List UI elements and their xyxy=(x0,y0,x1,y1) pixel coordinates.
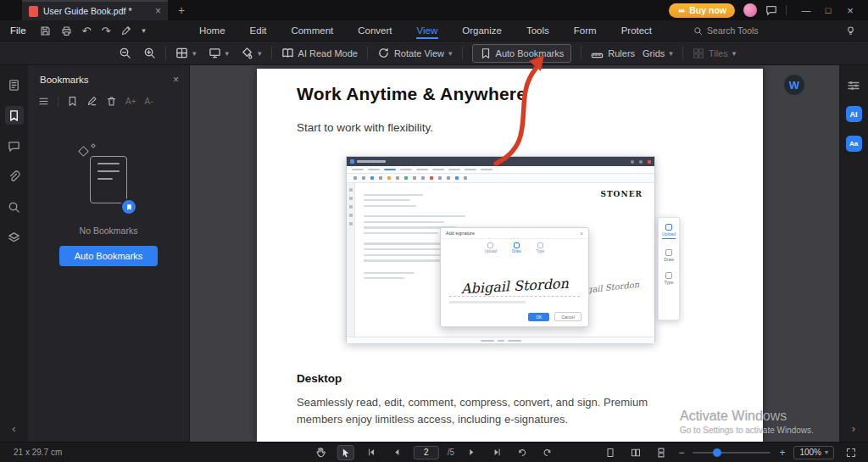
tab-comment[interactable]: Comment xyxy=(290,22,334,39)
previous-view-button[interactable] xyxy=(514,445,531,460)
search-tools[interactable]: Search Tools xyxy=(693,25,759,36)
customize-toolbar-icon[interactable]: ▾ xyxy=(142,27,146,35)
tab-tools[interactable]: Tools xyxy=(526,22,550,39)
document-tab[interactable]: User Guide Book.pdf * × xyxy=(22,0,168,20)
next-page-button[interactable] xyxy=(463,445,480,460)
panel-auto-bookmarks-button[interactable]: Auto Bookmarks xyxy=(59,246,159,266)
window-minimize-button[interactable]: — xyxy=(795,5,817,15)
continuous-scroll-button[interactable] xyxy=(653,445,670,460)
bookmarks-panel-close-icon[interactable]: × xyxy=(173,74,179,86)
pdf-editor-app: User Guide Book.pdf * × + Buy now — □ × … xyxy=(0,0,868,462)
thumbnails-panel-button[interactable] xyxy=(5,75,24,94)
tab-protect[interactable]: Protect xyxy=(620,22,653,39)
section-title: Desktop xyxy=(297,372,342,385)
embedded-screenshot-image: STONER xyxy=(346,156,680,346)
ai-read-mode-button[interactable]: AI Read Mode xyxy=(281,47,358,59)
side-tab-upload: Upload xyxy=(662,231,676,237)
zoom-out-tool[interactable] xyxy=(119,47,131,59)
stamp-pen-icon[interactable] xyxy=(120,25,131,36)
page-layout-icon xyxy=(175,47,188,59)
single-page-view-button[interactable] xyxy=(602,445,619,460)
zoom-level-dropdown[interactable]: 100% ▾ xyxy=(793,446,834,459)
comments-panel-button[interactable] xyxy=(5,136,24,155)
font-larger-icon[interactable]: A+ xyxy=(125,97,136,106)
read-mode-dropdown[interactable]: ▾ xyxy=(209,47,230,59)
tab-edit[interactable]: Edit xyxy=(249,22,268,39)
background-color-dropdown[interactable]: ▾ xyxy=(241,47,262,59)
sparkle-icon xyxy=(78,146,89,157)
zoom-out-button[interactable]: − xyxy=(678,447,684,459)
menu-bar: File ↶ ↷ ▾ Home Edit Comment Convert Vie… xyxy=(0,20,868,42)
window-close-button[interactable]: × xyxy=(839,4,861,17)
account-avatar[interactable]: W xyxy=(783,74,805,96)
page-total-label: /5 xyxy=(448,448,454,457)
page-number-input[interactable] xyxy=(414,446,439,459)
rename-bookmark-icon[interactable] xyxy=(86,96,97,107)
promotion-lamp-icon[interactable] xyxy=(845,25,856,36)
screenshot-signature-side-panel: Upload Draw Type xyxy=(658,217,680,320)
print-icon[interactable] xyxy=(61,25,72,36)
bookmarks-panel-button[interactable] xyxy=(5,106,24,125)
page-layout-dropdown[interactable]: ▾ xyxy=(175,47,197,59)
page-subheading: Start to work with flexibility. xyxy=(297,121,433,134)
collapse-left-rail-button[interactable]: ‹ xyxy=(0,422,28,435)
delete-bookmark-icon[interactable] xyxy=(106,96,117,107)
font-smaller-icon[interactable]: A- xyxy=(145,97,153,106)
document-view-area[interactable]: Work Anytime & Anywhere Start to work wi… xyxy=(190,65,839,442)
ai-assistant-button[interactable]: AI xyxy=(846,106,862,122)
tiles-dropdown[interactable]: Tiles ▾ xyxy=(693,47,736,59)
attachments-panel-button[interactable] xyxy=(5,167,24,186)
tab-home[interactable]: Home xyxy=(198,22,226,39)
save-icon[interactable] xyxy=(40,25,51,36)
window-maximize-button[interactable]: □ xyxy=(817,5,839,15)
add-bookmark-icon[interactable] xyxy=(67,96,78,107)
select-tool-button[interactable] xyxy=(337,445,354,460)
previous-page-button[interactable] xyxy=(388,445,405,460)
rotate-view-dropdown[interactable]: Rotate View ▾ xyxy=(377,47,453,59)
ai-read-mode-icon xyxy=(281,47,294,59)
dialog-tab-upload: Upload xyxy=(485,249,497,253)
bookmark-list-icon[interactable] xyxy=(38,96,49,107)
auto-bookmarks-button[interactable]: Auto Bookmarks xyxy=(472,44,572,63)
layers-icon xyxy=(8,231,20,244)
new-tab-button[interactable]: + xyxy=(178,3,185,17)
document-tab-title: User Guide Book.pdf * xyxy=(43,6,150,16)
rotate-view-icon xyxy=(377,47,390,59)
file-menu[interactable]: File xyxy=(10,25,26,36)
no-bookmarks-illustration xyxy=(75,146,142,217)
redo-icon[interactable]: ↷ xyxy=(101,25,110,36)
tab-form[interactable]: Form xyxy=(573,22,598,39)
feedback-chat-icon[interactable] xyxy=(765,4,777,16)
buy-now-button[interactable]: Buy now xyxy=(669,3,735,18)
zoom-in-tool[interactable] xyxy=(143,47,156,59)
user-avatar[interactable] xyxy=(743,3,757,17)
tab-view[interactable]: View xyxy=(416,22,439,39)
tab-convert[interactable]: Convert xyxy=(357,22,392,39)
undo-icon[interactable]: ↶ xyxy=(82,25,92,36)
zoom-in-button[interactable]: + xyxy=(779,447,785,459)
search-panel-button[interactable] xyxy=(5,198,24,216)
two-page-view-button[interactable] xyxy=(627,445,644,460)
layers-panel-button[interactable] xyxy=(5,228,24,247)
next-view-button[interactable] xyxy=(539,445,556,460)
zoom-slider-knob[interactable] xyxy=(713,448,721,457)
tab-close-icon[interactable]: × xyxy=(155,5,161,17)
page-size-label: 21 x 29.7 cm xyxy=(14,448,62,457)
dialog-close-icon: × xyxy=(580,231,583,237)
comments-icon xyxy=(8,140,20,153)
zoom-slider[interactable] xyxy=(693,452,771,454)
tab-organize[interactable]: Organize xyxy=(461,22,503,39)
screenshot-brand-text: STONER xyxy=(600,190,643,198)
title-bar: User Guide Book.pdf * × + Buy now — □ × xyxy=(0,0,868,20)
first-page-button[interactable] xyxy=(363,445,380,460)
properties-sliders-icon[interactable] xyxy=(847,79,860,92)
bookmark-badge-icon xyxy=(120,198,137,215)
dialog-title: Add signature xyxy=(446,231,475,236)
attachment-icon xyxy=(8,170,20,183)
hand-tool-button[interactable] xyxy=(312,445,329,460)
rulers-dropdown[interactable]: Rulers Grids ▾ xyxy=(591,47,673,59)
last-page-button[interactable] xyxy=(488,445,505,460)
fullscreen-button[interactable] xyxy=(843,445,860,460)
translate-button[interactable]: Aa xyxy=(846,136,862,152)
expand-right-rail-button[interactable]: › xyxy=(839,422,868,435)
